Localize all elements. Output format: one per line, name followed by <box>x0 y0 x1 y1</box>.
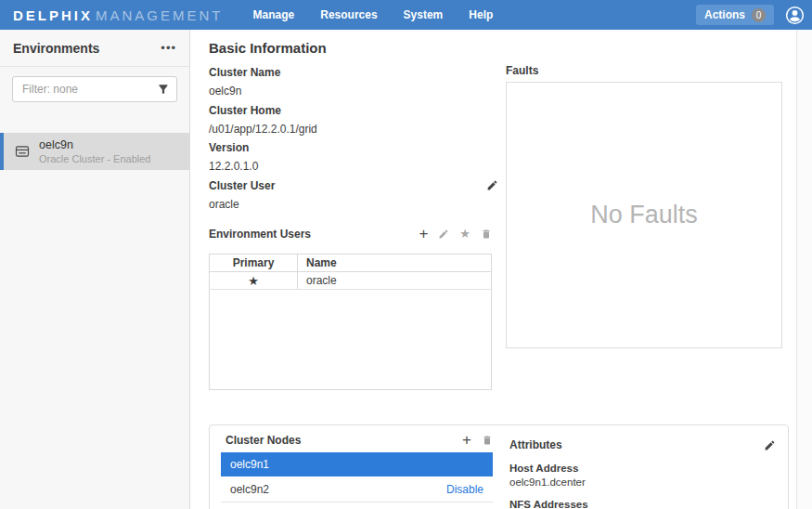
brand-management: MANAGEMENT <box>96 7 224 23</box>
field-cluster-user: Cluster User oracle <box>209 176 498 215</box>
environment-users-toolbar: + ★ <box>419 226 492 241</box>
field-value: oracle <box>209 195 498 214</box>
host-address-label: Host Address <box>509 463 776 474</box>
env-item-text: oelc9n Oracle Cluster - Enabled <box>39 138 150 164</box>
main-menu: Manage Resources System Help <box>240 0 507 30</box>
basic-info-fields: Cluster Name oelc9n Cluster Home /u01/ap… <box>209 63 498 214</box>
table-header-row: Primary Name <box>210 254 491 272</box>
main-content: Basic Information Cluster Name oelc9n Cl… <box>190 30 796 509</box>
actions-button[interactable]: Actions 0 <box>696 5 774 25</box>
host-address-value: oelc9n1.dcenter <box>509 476 776 488</box>
filter-input[interactable] <box>12 76 177 102</box>
delete-user-icon[interactable] <box>481 228 492 240</box>
column-header-primary: Primary <box>210 254 298 271</box>
nfs-addresses-label: NFS Addresses <box>509 499 776 509</box>
attributes-section: Attributes Host Address oelc9n1.dcenter … <box>509 438 776 509</box>
cluster-icon <box>15 144 30 159</box>
edit-attributes-icon[interactable] <box>764 439 776 451</box>
name-cell: oracle <box>298 274 491 287</box>
cluster-nodes-card: Cluster Nodes + oelc9n1 oelc9n2 Disable <box>209 424 789 509</box>
field-label: Version <box>209 138 498 157</box>
filter-funnel-icon[interactable] <box>157 83 170 96</box>
cluster-nodes-toolbar: + <box>462 432 493 448</box>
faults-panel: No Faults <box>506 82 782 348</box>
nav-manage[interactable]: Manage <box>240 8 308 21</box>
column-header-name: Name <box>298 256 491 269</box>
node-row-oelc9n2[interactable]: oelc9n2 Disable <box>221 476 493 502</box>
delete-node-icon[interactable] <box>482 435 493 446</box>
edit-cluster-user-icon[interactable] <box>486 179 498 191</box>
field-value: oelc9n <box>209 82 498 100</box>
page-title: Basic Information <box>209 40 327 56</box>
navbar-right: Actions 0 <box>696 5 806 26</box>
environments-sidebar: Environments ••• oelc9n Oracle Cluster -… <box>0 30 190 509</box>
disable-node-link[interactable]: Disable <box>446 483 483 496</box>
actions-button-label: Actions <box>704 8 745 21</box>
set-primary-user-icon[interactable]: ★ <box>459 228 470 240</box>
add-user-icon[interactable]: + <box>419 226 428 241</box>
vertical-scrollbar[interactable] <box>796 30 812 509</box>
nav-help[interactable]: Help <box>456 8 506 21</box>
no-faults-text: No Faults <box>590 201 698 229</box>
nav-resources[interactable]: Resources <box>307 8 390 21</box>
field-cluster-name: Cluster Name oelc9n <box>209 63 498 101</box>
filter-container <box>12 76 177 102</box>
primary-star-icon: ★ <box>248 274 259 288</box>
environment-users-table: Primary Name ★ oracle <box>209 254 492 390</box>
sidebar-header: Environments ••• <box>0 30 189 67</box>
node-row-oelc9n1[interactable]: oelc9n1 <box>221 452 493 476</box>
field-value: 12.2.0.1.0 <box>209 157 498 176</box>
app-logo[interactable]: DELPHIXMANAGEMENT <box>13 7 224 23</box>
field-cluster-home: Cluster Home /u01/app/12.2.0.1/grid <box>209 101 498 139</box>
environment-users-title: Environment Users <box>209 228 311 241</box>
nav-system[interactable]: System <box>391 8 457 21</box>
field-value: /u01/app/12.2.0.1/grid <box>209 120 498 138</box>
top-navbar: DELPHIXMANAGEMENT Manage Resources Syste… <box>0 0 812 30</box>
attributes-title: Attributes <box>509 438 562 451</box>
brand-delphix: DELPHIX <box>13 7 93 23</box>
field-label: Cluster Home <box>209 101 498 120</box>
field-version: Version 12.2.0.1.0 <box>209 138 498 176</box>
overflow-menu-icon[interactable]: ••• <box>161 42 176 54</box>
env-item-name: oelc9n <box>39 138 150 151</box>
user-avatar-icon[interactable] <box>784 5 806 26</box>
edit-user-icon[interactable] <box>438 228 449 240</box>
env-item-subtitle: Oracle Cluster - Enabled <box>39 153 150 164</box>
actions-count-badge: 0 <box>752 8 766 22</box>
node-name: oelc9n1 <box>230 458 269 471</box>
environment-users-header: Environment Users + ★ <box>209 226 492 241</box>
field-label: Cluster User <box>209 176 498 195</box>
node-name: oelc9n2 <box>230 483 269 496</box>
cluster-nodes-title: Cluster Nodes <box>226 434 301 447</box>
attributes-header: Attributes <box>509 438 776 451</box>
cluster-node-list: oelc9n1 oelc9n2 Disable <box>221 452 493 502</box>
primary-cell: ★ <box>210 272 298 289</box>
table-row[interactable]: ★ oracle <box>210 272 491 290</box>
sidebar-item-oelc9n[interactable]: oelc9n Oracle Cluster - Enabled <box>0 133 189 170</box>
cluster-nodes-header: Cluster Nodes + <box>226 432 493 448</box>
sidebar-title: Environments <box>13 41 99 56</box>
faults-title: Faults <box>506 64 538 77</box>
add-node-icon[interactable]: + <box>462 432 471 448</box>
field-label: Cluster Name <box>209 63 498 82</box>
